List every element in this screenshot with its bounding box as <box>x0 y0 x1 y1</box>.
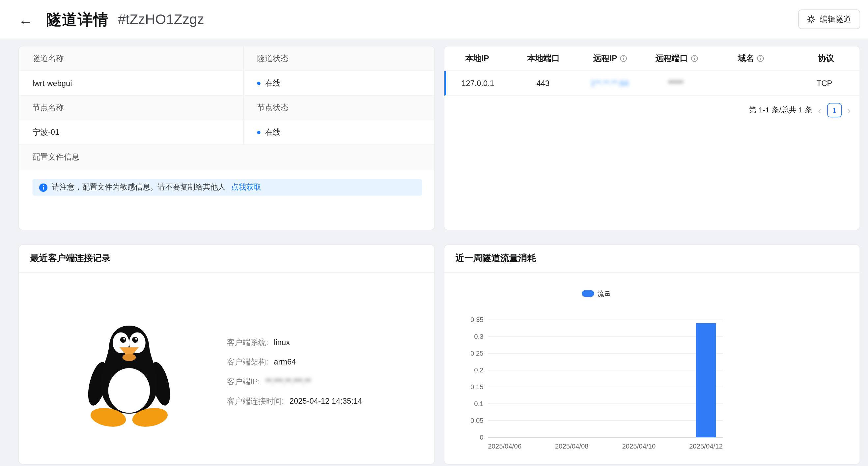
svg-text:0: 0 <box>479 434 483 441</box>
endpoints-card: 本地IP 本地端口 远程IP 远程端口 域名 协议 127.0.0.1 4 <box>444 46 860 230</box>
node-status-value: 在线 <box>243 120 434 144</box>
linux-tux-icon <box>84 320 174 431</box>
node-name-value: 宁波-01 <box>19 120 243 144</box>
col-label: 远程IP <box>593 53 617 64</box>
table-row: 节点名称 节点状态 <box>19 95 434 120</box>
edit-tunnel-label: 编辑隧道 <box>820 14 851 24</box>
local-port-value: 443 <box>509 79 576 87</box>
info-circle-icon <box>757 55 764 62</box>
config-file-label: 配置文件信息 <box>19 145 434 169</box>
col-label: 协议 <box>818 53 834 64</box>
svg-text:0.2: 0.2 <box>474 367 483 374</box>
tunnel-id: #tZzHO1Zzgz <box>118 11 204 27</box>
info-icon <box>39 183 48 192</box>
back-arrow-icon[interactable]: ← <box>19 12 33 26</box>
online-dot-icon <box>257 81 260 85</box>
remote-port-value: ***** <box>668 79 683 87</box>
info-circle-icon <box>620 55 627 62</box>
col-label: 域名 <box>738 53 754 64</box>
endpoint-row: 127.0.0.1 443 1**.**.**.64 ***** TCP <box>444 71 860 95</box>
col-label: 本地端口 <box>527 53 559 64</box>
svg-text:0.3: 0.3 <box>474 333 483 340</box>
col-header-local-ip: 本地IP <box>444 53 510 64</box>
node-status-label: 节点状态 <box>243 95 434 120</box>
col-label: 远程端口 <box>655 53 688 64</box>
traffic-card: 近一周隧道流量消耗 流量00.050.10.150.20.250.30.3520… <box>444 244 860 465</box>
get-config-link[interactable]: 点我获取 <box>231 182 261 193</box>
content: 隧道名称 隧道状态 lwrt-webgui 在线 节点名称 节点状态 宁波-01… <box>0 39 868 465</box>
client-card-body: 客户端系统: linux 客户端架构: arm64 客户端IP: **.***.… <box>19 273 434 465</box>
client-system-row: 客户端系统: linux <box>227 339 362 346</box>
local-ip-value: 127.0.0.1 <box>446 79 509 87</box>
table-row: 配置文件信息 <box>19 145 434 169</box>
client-connection-card: 最近客户端连接记录 <box>19 244 435 465</box>
client-ip-value: **.***.**.***.** <box>266 377 311 385</box>
client-card-title: 最近客户端连接记录 <box>19 245 434 273</box>
svg-text:流量: 流量 <box>597 290 611 297</box>
edit-tunnel-button[interactable]: 编辑隧道 <box>798 9 860 29</box>
client-fields: 客户端系统: linux 客户端架构: arm64 客户端IP: **.***.… <box>227 339 362 417</box>
node-name-label: 节点名称 <box>19 95 243 120</box>
client-ip-row: 客户端IP: **.***.**.***.** <box>227 377 362 385</box>
tunnel-name-label: 隧道名称 <box>19 47 243 70</box>
col-label: 本地IP <box>465 53 489 64</box>
pagination-summary: 第 1-1 条/总共 1 条 <box>749 105 812 115</box>
svg-text:2025/04/12: 2025/04/12 <box>689 443 723 450</box>
svg-text:0.35: 0.35 <box>470 316 484 323</box>
client-system-label: 客户端系统: <box>227 339 268 346</box>
next-page-button[interactable]: › <box>847 105 851 115</box>
client-arch-label: 客户端架构: <box>227 358 268 366</box>
endpoints-header-row: 本地IP 本地端口 远程IP 远程端口 域名 协议 <box>444 47 860 71</box>
traffic-bar-chart: 流量00.050.10.150.20.250.30.352025/04/0620… <box>456 280 735 458</box>
client-time-row: 客户端连接时间: 2025-04-12 14:35:14 <box>227 397 362 405</box>
col-header-protocol: 协议 <box>792 53 860 64</box>
gear-icon <box>807 15 815 23</box>
svg-text:0.15: 0.15 <box>470 383 484 390</box>
table-row: 宁波-01 在线 <box>19 120 434 145</box>
tunnel-info-card: 隧道名称 隧道状态 lwrt-webgui 在线 节点名称 节点状态 宁波-01… <box>19 46 435 230</box>
col-header-local-port: 本地端口 <box>510 53 577 64</box>
client-time-label: 客户端连接时间: <box>227 397 284 405</box>
table-row: lwrt-webgui 在线 <box>19 71 434 95</box>
page: ← 隧道详情 #tZzHO1Zzgz 编辑隧道 隧道 <box>0 0 868 466</box>
client-time-value: 2025-04-12 14:35:14 <box>289 397 362 405</box>
page-header: ← 隧道详情 #tZzHO1Zzgz 编辑隧道 <box>0 0 868 39</box>
tunnel-status-value: 在线 <box>243 71 434 95</box>
tunnel-status-label: 隧道状态 <box>243 47 434 70</box>
client-arch-row: 客户端架构: arm64 <box>227 358 362 366</box>
client-arch-value: arm64 <box>274 358 296 366</box>
remote-ip-value: 1**.**.**.64 <box>591 79 628 87</box>
svg-text:2025/04/06: 2025/04/06 <box>488 443 522 450</box>
config-alert: 请注意，配置文件为敏感信息。请不要复制给其他人 点我获取 <box>32 179 422 196</box>
col-header-domain: 域名 <box>710 53 792 64</box>
svg-text:2025/04/10: 2025/04/10 <box>622 443 655 450</box>
prev-page-button[interactable]: ‹ <box>818 105 822 115</box>
alert-text: 请注意，配置文件为敏感信息。请不要复制给其他人 <box>52 182 226 193</box>
tunnel-status-text: 在线 <box>265 78 281 88</box>
tunnel-name-value: lwrt-webgui <box>19 71 243 95</box>
col-header-remote-ip: 远程IP <box>577 53 644 64</box>
pagination: 第 1-1 条/总共 1 条 ‹ 1 › <box>444 95 860 124</box>
svg-text:0.1: 0.1 <box>474 400 483 407</box>
svg-text:2025/04/08: 2025/04/08 <box>555 443 589 450</box>
traffic-chart-holder: 流量00.050.10.150.20.250.30.352025/04/0620… <box>456 280 860 459</box>
svg-text:0.05: 0.05 <box>470 417 484 424</box>
table-row: 隧道名称 隧道状态 <box>19 47 434 71</box>
client-ip-label: 客户端IP: <box>227 377 260 385</box>
col-header-remote-port: 远程端口 <box>644 53 710 64</box>
online-dot-icon <box>257 130 260 134</box>
client-system-value: linux <box>274 339 290 346</box>
node-status-text: 在线 <box>265 127 281 138</box>
page-title: 隧道详情 <box>46 9 109 29</box>
protocol-value: TCP <box>791 79 858 87</box>
svg-text:0.25: 0.25 <box>470 350 484 357</box>
page-number-button[interactable]: 1 <box>827 103 842 117</box>
traffic-card-title: 近一周隧道流量消耗 <box>444 245 860 273</box>
info-circle-icon <box>691 55 698 62</box>
